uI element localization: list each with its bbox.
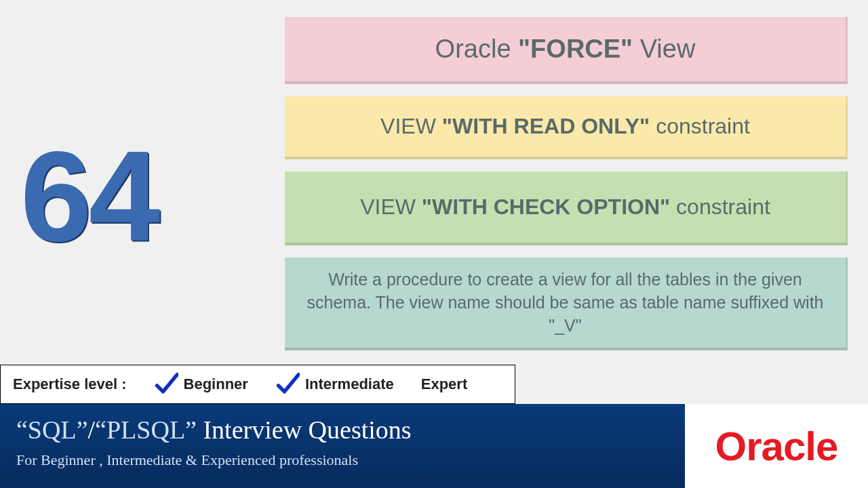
card-force-view: Oracle "FORCE" View xyxy=(285,17,848,84)
brand-box: Oracle xyxy=(685,404,868,488)
card-text: constraint xyxy=(670,195,770,219)
footer-title: “SQL”/“PLSQL” Interview Questions xyxy=(16,415,669,445)
footer-title-part: / xyxy=(88,415,96,444)
footer-title-part: Interview Questions xyxy=(197,415,412,444)
card-procedure-question: Write a procedure to create a view for a… xyxy=(285,258,848,350)
card-check-option: VIEW "WITH CHECK OPTION" constraint xyxy=(285,171,848,245)
slide-number: 64 xyxy=(20,122,157,270)
card-text: constraint xyxy=(650,114,750,138)
footer-banner: “SQL”/“PLSQL” Interview Questions For Be… xyxy=(0,404,685,488)
expertise-label: Expertise level : xyxy=(13,375,127,393)
card-bold: "WITH READ ONLY" xyxy=(442,114,650,138)
level-intermediate: Intermediate xyxy=(275,372,394,396)
footer-subtitle: For Beginner , Intermediate & Experience… xyxy=(16,451,669,469)
card-text: View xyxy=(633,35,695,63)
card-text: VIEW xyxy=(380,114,442,138)
expertise-bar: Expertise level : Beginner Intermediate … xyxy=(0,365,515,404)
footer-title-part: “PLSQL” xyxy=(95,415,197,444)
level-label: Beginner xyxy=(184,375,248,393)
oracle-logo-text: Oracle xyxy=(715,423,838,470)
card-text: Oracle xyxy=(435,35,518,63)
card-text: VIEW xyxy=(360,195,422,219)
topic-cards: Oracle "FORCE" View VIEW "WITH READ ONLY… xyxy=(285,17,848,350)
footer-title-part: “SQL” xyxy=(16,415,88,444)
level-beginner: Beginner xyxy=(154,372,248,396)
level-label: Intermediate xyxy=(305,375,394,393)
card-bold: "WITH CHECK OPTION" xyxy=(422,195,670,219)
card-bold: "FORCE" xyxy=(518,35,633,63)
card-read-only: VIEW "WITH READ ONLY" constraint xyxy=(285,96,848,159)
level-label: Expert xyxy=(421,375,467,393)
level-expert: Expert xyxy=(421,375,467,393)
check-icon xyxy=(154,372,178,396)
check-icon xyxy=(275,372,300,396)
card-text: Write a procedure to create a view for a… xyxy=(307,270,824,335)
